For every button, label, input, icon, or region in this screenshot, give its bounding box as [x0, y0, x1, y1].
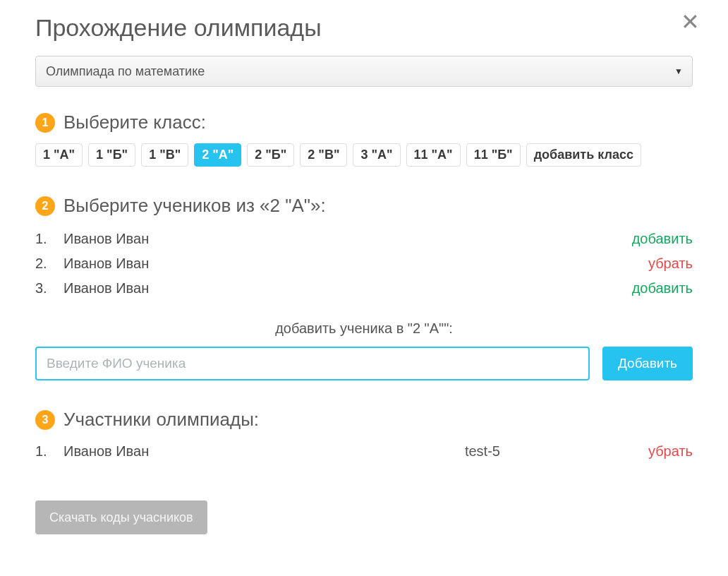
modal-title: Прохождение олимпиады — [35, 14, 693, 42]
class-button[interactable]: 1 "Б" — [88, 143, 135, 167]
student-number: 2. — [35, 256, 63, 272]
add-student-row: Добавить — [35, 347, 693, 380]
student-list: 1.Иванов Ивандобавить2.Иванов Иванубрать… — [35, 227, 693, 301]
step1-title: Выберите класс: — [63, 112, 206, 133]
participant-code: test-5 — [465, 443, 648, 460]
add-link[interactable]: добавить — [632, 231, 693, 247]
class-button[interactable]: 11 "А" — [406, 143, 461, 167]
class-button[interactable]: 11 "Б" — [466, 143, 521, 167]
add-link[interactable]: добавить — [632, 280, 693, 296]
class-button[interactable]: 1 "В" — [141, 143, 188, 167]
step2-title: Выберите учеников из «2 "А"»: — [63, 195, 326, 217]
step2-header: 2 Выберите учеников из «2 "А"»: — [35, 195, 693, 217]
student-row: 3.Иванов Ивандобавить — [35, 276, 693, 301]
fio-input[interactable] — [35, 347, 590, 380]
class-button[interactable]: 2 "В" — [300, 143, 347, 167]
close-icon[interactable]: ✕ — [681, 11, 700, 33]
class-button[interactable]: 1 "А" — [35, 143, 83, 167]
add-class-button[interactable]: добавить класс — [526, 143, 641, 167]
remove-link[interactable]: убрать — [648, 256, 693, 272]
step3-badge: 3 — [35, 410, 55, 430]
student-number: 1. — [35, 231, 63, 247]
class-button[interactable]: 2 "Б" — [247, 143, 294, 167]
step3-header: 3 Участники олимпиады: — [35, 409, 693, 431]
step2-badge: 2 — [35, 196, 55, 216]
add-student-button[interactable]: Добавить — [602, 347, 693, 380]
participant-number: 1. — [35, 443, 63, 460]
participant-name: Иванов Иван — [63, 443, 465, 460]
student-name: Иванов Иван — [63, 256, 648, 272]
download-codes-button[interactable]: Скачать коды учасников — [35, 500, 207, 534]
step1-header: 1 Выберите класс: — [35, 112, 693, 133]
class-button[interactable]: 2 "А" — [194, 143, 241, 167]
olympiad-select[interactable]: Олимпиада по математике — [35, 56, 693, 87]
step3-title: Участники олимпиады: — [63, 409, 259, 431]
add-student-label: добавить ученика в "2 "А"": — [35, 320, 693, 337]
remove-link[interactable]: убрать — [648, 443, 693, 460]
student-row: 2.Иванов Иванубрать — [35, 251, 693, 276]
olympiad-select-wrap: Олимпиада по математике ▼ — [35, 56, 693, 87]
class-button[interactable]: 3 "А" — [353, 143, 400, 167]
class-selector-row: 1 "А"1 "Б"1 "В"2 "А"2 "Б"2 "В"3 "А"11 "А… — [35, 143, 693, 167]
olympiad-modal: ✕ Прохождение олимпиады Олимпиада по мат… — [35, 14, 693, 534]
student-number: 3. — [35, 280, 63, 296]
student-name: Иванов Иван — [63, 231, 632, 247]
student-row: 1.Иванов Ивандобавить — [35, 227, 693, 251]
step1-badge: 1 — [35, 113, 55, 133]
student-name: Иванов Иван — [63, 280, 632, 296]
participant-list: 1.Иванов Иванtest-5убрать — [35, 439, 693, 464]
participant-row: 1.Иванов Иванtest-5убрать — [35, 439, 693, 464]
